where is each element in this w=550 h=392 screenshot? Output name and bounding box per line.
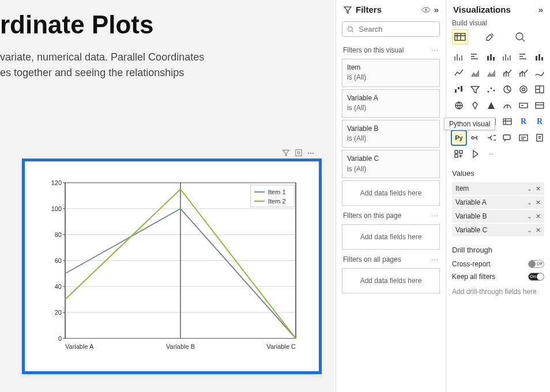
scatter-chart-icon[interactable] — [484, 82, 498, 96]
value-field-pill[interactable]: Variable C⌄✕ — [452, 224, 544, 236]
keep-filters-toggle[interactable]: On — [528, 273, 544, 281]
remove-field-icon[interactable]: ✕ — [532, 199, 541, 206]
chevron-down-icon[interactable]: ⌄ — [523, 213, 532, 220]
svg-text:Item 1: Item 1 — [268, 189, 286, 195]
collapse-icon[interactable]: » — [538, 5, 543, 14]
hundred-stacked-bar-icon[interactable] — [517, 50, 530, 64]
svg-point-60 — [472, 137, 474, 139]
line-stacked-column-icon[interactable] — [500, 66, 514, 80]
clustered-column-chart-icon[interactable] — [500, 50, 514, 64]
filter-card[interactable]: Variable Ais (All) — [342, 89, 440, 118]
remove-field-icon[interactable]: ✕ — [532, 185, 541, 193]
filters-page-header: Filters on this page ··· — [336, 208, 446, 222]
pie-chart-icon[interactable] — [500, 82, 514, 96]
funnel-chart-icon[interactable] — [468, 82, 482, 96]
viz-header: Visualizations » — [446, 2, 550, 19]
chevron-down-icon[interactable]: ⌄ — [523, 199, 532, 206]
filter-card[interactable]: Variable Bis (All) — [342, 120, 440, 148]
gauge-icon[interactable] — [500, 99, 514, 112]
area-chart-icon[interactable] — [468, 66, 482, 80]
card-icon[interactable] — [517, 99, 530, 112]
filters-page-drop[interactable]: Add data fields here — [342, 224, 440, 250]
chart-visual[interactable]: ··· 020406080100120Variable AVariable BV… — [22, 159, 322, 374]
key-influencers-icon[interactable] — [468, 131, 482, 145]
value-field-pill[interactable]: Item⌄✕ — [452, 182, 544, 195]
power-automate-icon[interactable] — [468, 147, 482, 161]
viz-gallery: RRPy··· — [446, 48, 550, 163]
r-script-visual-icon[interactable]: R — [533, 115, 547, 129]
more-icon[interactable]: ··· — [431, 46, 439, 54]
paginated-report-icon[interactable] — [533, 131, 547, 145]
viz-subtitle: Build visual — [446, 19, 550, 29]
remove-field-icon[interactable]: ✕ — [532, 213, 541, 220]
keep-filters-row: Keep all filters On — [446, 270, 550, 283]
svg-rect-0 — [296, 150, 302, 156]
clustered-bar-chart-icon[interactable] — [468, 50, 482, 64]
value-field-name: Variable A — [455, 198, 487, 206]
page-desc-line1: variate, numerical data. Parallel Coordi… — [0, 50, 334, 65]
filter-card[interactable]: Variable Cis (All) — [342, 150, 440, 178]
more-icon[interactable]: ··· — [431, 212, 439, 220]
svg-rect-38 — [487, 56, 489, 61]
viz-mode-tabs — [446, 29, 550, 48]
filters-search-input[interactable] — [357, 24, 435, 34]
drill-drop[interactable]: Add drill-through fields here — [452, 288, 544, 296]
matrix-icon[interactable] — [500, 115, 514, 129]
svg-rect-65 — [459, 150, 462, 153]
filter-field-value: is (All) — [347, 164, 435, 174]
stacked-column-chart-icon[interactable] — [484, 50, 498, 64]
chevron-down-icon[interactable]: ⌄ — [523, 227, 532, 234]
filter-icon[interactable] — [282, 149, 290, 159]
format-visual-tab[interactable] — [482, 29, 498, 44]
decomposition-tree-icon[interactable] — [484, 131, 498, 145]
line-chart-icon[interactable] — [452, 66, 466, 80]
value-field-pill[interactable]: Variable A⌄✕ — [452, 196, 544, 209]
hundred-stacked-column-icon[interactable] — [533, 50, 547, 64]
treemap-icon[interactable] — [533, 82, 547, 96]
filters-header: Filters » — [336, 2, 446, 19]
qa-visual-icon[interactable] — [500, 131, 514, 145]
line-clustered-column-icon[interactable] — [517, 66, 530, 80]
waterfall-chart-icon[interactable] — [452, 82, 466, 96]
ribbon-chart-icon[interactable] — [533, 66, 547, 80]
map-icon[interactable] — [452, 99, 466, 112]
r-visual-icon[interactable]: R — [517, 115, 530, 129]
svg-point-47 — [488, 91, 489, 93]
chevron-down-icon[interactable]: ⌄ — [523, 185, 532, 193]
donut-chart-icon[interactable] — [517, 82, 530, 96]
filters-all-header: Filters on all pages ··· — [336, 252, 446, 266]
svg-rect-59 — [503, 119, 511, 125]
value-field-pill[interactable]: Variable B⌄✕ — [452, 210, 544, 223]
svg-rect-39 — [490, 54, 492, 61]
get-more-visuals-icon[interactable]: ··· — [484, 147, 498, 161]
analytics-tab[interactable] — [512, 29, 528, 44]
filters-visual-drop[interactable]: Add data fields here — [342, 180, 440, 206]
build-visual-tab[interactable] — [452, 29, 468, 44]
remove-field-icon[interactable]: ✕ — [532, 227, 541, 234]
svg-rect-43 — [541, 57, 543, 61]
svg-text:Item 2: Item 2 — [268, 198, 286, 205]
python-visual-icon[interactable]: Py — [452, 131, 466, 145]
more-icon[interactable]: ··· — [431, 255, 439, 263]
stacked-area-chart-icon[interactable] — [484, 66, 498, 80]
filters-search[interactable] — [342, 21, 440, 37]
visualizations-pane: Visualizations » Build visual RRPy··· Va… — [446, 0, 550, 392]
stacked-bar-chart-icon[interactable] — [452, 50, 466, 64]
svg-text:40: 40 — [55, 283, 62, 290]
filter-card[interactable]: Itemis (All) — [342, 59, 440, 87]
collapse-icon[interactable]: » — [434, 5, 439, 14]
svg-rect-44 — [455, 89, 457, 93]
cross-report-toggle[interactable]: Off — [528, 260, 544, 268]
svg-text:80: 80 — [55, 231, 62, 238]
more-icon[interactable]: ··· — [307, 149, 314, 159]
smart-narrative-icon[interactable] — [517, 131, 530, 145]
svg-rect-64 — [455, 150, 458, 153]
multi-row-card-icon[interactable] — [533, 99, 547, 112]
eye-icon[interactable] — [421, 5, 431, 14]
power-apps-icon[interactable] — [452, 147, 466, 161]
azure-map-icon[interactable] — [484, 99, 498, 112]
svg-rect-61 — [503, 135, 510, 140]
filters-all-drop[interactable]: Add data fields here — [342, 268, 440, 293]
focus-icon[interactable] — [295, 149, 303, 159]
filled-map-icon[interactable] — [468, 99, 482, 112]
